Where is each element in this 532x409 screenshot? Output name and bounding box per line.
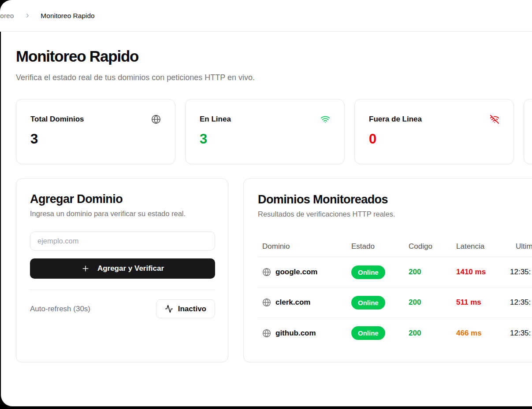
globe-icon <box>151 114 161 124</box>
column-header-code: Codigo <box>409 242 456 251</box>
divider <box>30 290 215 290</box>
globe-icon <box>262 268 271 276</box>
domain-name: github.com <box>275 329 316 338</box>
breadcrumb-parent[interactable]: toreo <box>0 12 14 20</box>
auto-refresh-state: Inactivo <box>178 305 206 313</box>
stat-card-online: En Linea 3 <box>185 99 345 164</box>
page-title: Monitoreo Rapido <box>16 48 532 65</box>
latency-value: 466 ms <box>456 329 510 338</box>
stat-label: Fuera de Linea <box>369 115 422 124</box>
column-header-status: Estado <box>351 242 409 251</box>
domain-name: clerk.com <box>275 298 310 307</box>
status-badge: Online <box>351 265 385 279</box>
add-domain-subtitle: Ingresa un dominio para verificar su est… <box>30 210 214 218</box>
http-code: 200 <box>409 268 456 276</box>
column-header-latency: Latencia <box>456 242 510 251</box>
add-domain-title: Agregar Dominio <box>30 192 214 206</box>
wifi-icon <box>320 114 330 124</box>
add-verify-button[interactable]: Agregar y Verificar <box>30 258 215 279</box>
stat-value: 3 <box>200 131 330 147</box>
latency-value: 511 ms <box>456 298 510 307</box>
last-check-time: 12:35: <box>510 268 532 276</box>
stat-card-total: Total Dominios 3 <box>16 99 175 164</box>
chevron-right-icon <box>24 12 31 19</box>
wifi-off-icon <box>490 114 499 124</box>
breadcrumb-current: Monitoreo Rapido <box>41 12 94 20</box>
column-header-domain: Dominio <box>262 242 351 251</box>
table-header: Dominio Estado Codigo Latencia Ultimo <box>258 236 532 257</box>
stat-value: 0 <box>369 131 499 147</box>
stats-row: Total Dominios 3 En Linea 3 Fuera de Lin… <box>16 99 532 164</box>
latency-value: 1410 ms <box>456 268 510 276</box>
add-verify-label: Agregar y Verificar <box>97 264 164 273</box>
stat-card-offline: Fuera de Linea 0 <box>354 99 514 164</box>
last-check-time: 12:35: <box>510 298 532 307</box>
domains-table: Dominio Estado Codigo Latencia Ultimo go… <box>258 236 532 348</box>
auto-refresh-label: Auto-refresh (30s) <box>30 305 90 313</box>
activity-icon <box>165 305 173 313</box>
stat-label: En Linea <box>200 115 231 124</box>
main-panel: Monitoreo Rapido Verifica el estado real… <box>1 32 532 406</box>
status-badge: Online <box>351 326 385 340</box>
table-row: github.com Online 200 466 ms 12:35: <box>258 318 532 348</box>
column-header-last-check: Ultimo <box>510 242 532 251</box>
stat-value: 3 <box>30 131 161 147</box>
table-row: clerk.com Online 200 511 ms 12:35: <box>258 287 532 318</box>
http-code: 200 <box>409 298 456 307</box>
auto-refresh-toggle[interactable]: Inactivo <box>156 299 215 318</box>
last-check-time: 12:35: <box>510 329 532 338</box>
globe-icon <box>262 298 271 307</box>
monitored-domains-card: Dominios Monitoreados Resultados de veri… <box>243 178 532 362</box>
domain-input[interactable] <box>30 232 215 251</box>
http-code: 200 <box>409 329 456 338</box>
globe-icon <box>262 329 271 338</box>
stat-card-partial <box>524 99 532 164</box>
breadcrumb-bar: toreo Monitoreo Rapido <box>0 0 532 32</box>
page-subtitle: Verifica el estado real de tus dominios … <box>16 73 532 82</box>
monitored-title: Dominios Monitoreados <box>258 193 532 206</box>
domain-name: google.com <box>275 268 317 276</box>
lower-row: Agregar Dominio Ingresa un dominio para … <box>16 178 532 362</box>
status-badge: Online <box>351 296 385 310</box>
monitored-subtitle: Resultados de verificaciones HTTP reales… <box>258 210 532 218</box>
plus-icon <box>81 264 90 273</box>
table-row: google.com Online 200 1410 ms 12:35: <box>258 257 532 287</box>
stat-label: Total Dominios <box>30 115 84 124</box>
add-domain-card: Agregar Dominio Ingresa un dominio para … <box>16 178 228 362</box>
